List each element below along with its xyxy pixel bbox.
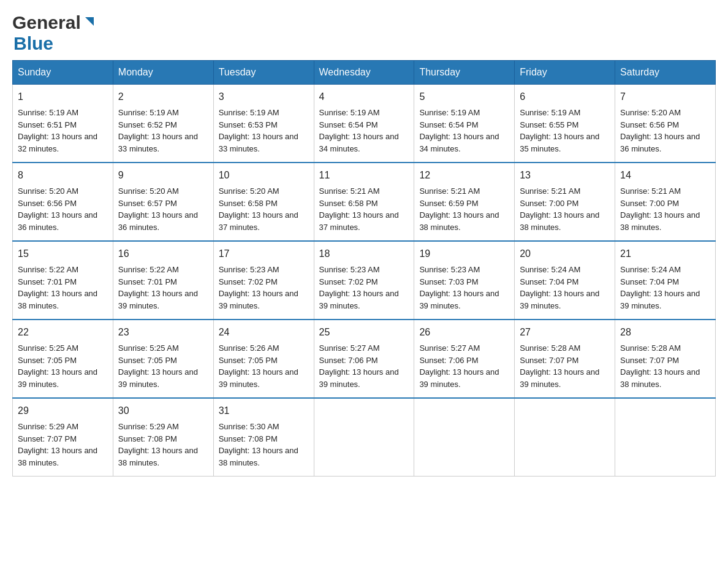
sunset-text: Sunset: 6:57 PM	[118, 199, 177, 208]
sunrise-text: Sunrise: 5:25 AM	[118, 343, 179, 353]
sunrise-text: Sunrise: 5:19 AM	[219, 108, 279, 117]
day-header-thursday: Thursday	[414, 61, 515, 85]
calendar-cell	[414, 398, 515, 477]
daylight-text: Daylight: 13 hours and 38 minutes.	[18, 289, 97, 310]
sunset-text: Sunset: 7:03 PM	[419, 277, 478, 286]
daylight-text: Daylight: 13 hours and 39 minutes.	[319, 289, 399, 310]
day-number: 7	[620, 90, 710, 104]
calendar-week-row: 29 Sunrise: 5:29 AM Sunset: 7:07 PM Dayl…	[13, 398, 716, 477]
day-number: 28	[620, 325, 710, 340]
day-header-monday: Monday	[113, 61, 213, 85]
day-number: 17	[219, 247, 309, 261]
daylight-text: Daylight: 13 hours and 39 minutes.	[219, 367, 298, 389]
calendar-cell: 9 Sunrise: 5:20 AM Sunset: 6:57 PM Dayli…	[113, 163, 213, 241]
sunrise-text: Sunrise: 5:21 AM	[520, 186, 580, 196]
calendar-cell: 1 Sunrise: 5:19 AM Sunset: 6:51 PM Dayli…	[13, 85, 113, 163]
day-number: 18	[319, 247, 409, 261]
sunset-text: Sunset: 7:00 PM	[620, 199, 679, 208]
sunset-text: Sunset: 7:05 PM	[118, 356, 177, 365]
day-number: 6	[520, 90, 610, 104]
day-number: 19	[419, 247, 509, 261]
sunrise-text: Sunrise: 5:28 AM	[520, 343, 580, 353]
daylight-text: Daylight: 13 hours and 37 minutes.	[319, 210, 399, 232]
day-number: 29	[18, 404, 108, 418]
day-number: 5	[419, 90, 509, 104]
sunrise-text: Sunrise: 5:29 AM	[18, 422, 78, 431]
sunset-text: Sunset: 6:54 PM	[319, 120, 378, 129]
day-number: 8	[18, 168, 108, 183]
day-header-friday: Friday	[515, 61, 615, 85]
calendar-header-row: SundayMondayTuesdayWednesdayThursdayFrid…	[13, 61, 716, 85]
calendar-cell: 26 Sunrise: 5:27 AM Sunset: 7:06 PM Dayl…	[414, 320, 515, 398]
daylight-text: Daylight: 13 hours and 33 minutes.	[219, 132, 298, 153]
sunrise-text: Sunrise: 5:19 AM	[18, 108, 78, 117]
calendar-cell: 14 Sunrise: 5:21 AM Sunset: 7:00 PM Dayl…	[615, 163, 716, 241]
calendar-cell: 20 Sunrise: 5:24 AM Sunset: 7:04 PM Dayl…	[515, 241, 615, 320]
logo: General Blue	[12, 12, 96, 54]
sunrise-text: Sunrise: 5:26 AM	[219, 343, 279, 353]
daylight-text: Daylight: 13 hours and 39 minutes.	[520, 367, 599, 389]
sunset-text: Sunset: 6:56 PM	[18, 199, 77, 208]
daylight-text: Daylight: 13 hours and 39 minutes.	[419, 289, 499, 310]
daylight-text: Daylight: 13 hours and 36 minutes.	[118, 210, 198, 232]
calendar-week-row: 22 Sunrise: 5:25 AM Sunset: 7:05 PM Dayl…	[13, 320, 716, 398]
sunset-text: Sunset: 7:02 PM	[319, 277, 378, 286]
sunrise-text: Sunrise: 5:28 AM	[620, 343, 681, 353]
sunset-text: Sunset: 7:06 PM	[319, 356, 378, 365]
sunrise-text: Sunrise: 5:19 AM	[319, 108, 380, 117]
day-number: 15	[18, 247, 108, 261]
calendar-cell: 4 Sunrise: 5:19 AM Sunset: 6:54 PM Dayli…	[314, 85, 414, 163]
day-number: 2	[118, 90, 208, 104]
daylight-text: Daylight: 13 hours and 38 minutes.	[620, 367, 700, 389]
calendar-cell	[615, 398, 716, 477]
sunset-text: Sunset: 7:04 PM	[520, 277, 578, 286]
day-number: 25	[319, 325, 409, 340]
sunrise-text: Sunrise: 5:27 AM	[419, 343, 480, 353]
logo-blue-text: Blue	[13, 33, 96, 54]
sunrise-text: Sunrise: 5:20 AM	[620, 108, 681, 117]
calendar-cell: 25 Sunrise: 5:27 AM Sunset: 7:06 PM Dayl…	[314, 320, 414, 398]
day-number: 30	[118, 404, 208, 418]
day-header-wednesday: Wednesday	[314, 61, 414, 85]
sunrise-text: Sunrise: 5:20 AM	[219, 186, 279, 196]
sunrise-text: Sunrise: 5:19 AM	[118, 108, 179, 117]
day-number: 16	[118, 247, 208, 261]
daylight-text: Daylight: 13 hours and 38 minutes.	[18, 446, 97, 467]
daylight-text: Daylight: 13 hours and 39 minutes.	[18, 367, 97, 389]
daylight-text: Daylight: 13 hours and 36 minutes.	[18, 210, 97, 232]
calendar-cell: 12 Sunrise: 5:21 AM Sunset: 6:59 PM Dayl…	[414, 163, 515, 241]
day-number: 21	[620, 247, 710, 261]
sunset-text: Sunset: 7:06 PM	[419, 356, 478, 365]
sunset-text: Sunset: 6:58 PM	[219, 199, 278, 208]
daylight-text: Daylight: 13 hours and 39 minutes.	[319, 367, 399, 389]
day-number: 20	[520, 247, 610, 261]
day-number: 23	[118, 325, 208, 340]
calendar-cell: 6 Sunrise: 5:19 AM Sunset: 6:55 PM Dayli…	[515, 85, 615, 163]
sunset-text: Sunset: 7:05 PM	[18, 356, 77, 365]
calendar-cell: 27 Sunrise: 5:28 AM Sunset: 7:07 PM Dayl…	[515, 320, 615, 398]
calendar-week-row: 8 Sunrise: 5:20 AM Sunset: 6:56 PM Dayli…	[13, 163, 716, 241]
day-number: 10	[219, 168, 309, 183]
daylight-text: Daylight: 13 hours and 39 minutes.	[118, 289, 198, 310]
sunset-text: Sunset: 6:56 PM	[620, 120, 679, 129]
sunrise-text: Sunrise: 5:24 AM	[620, 265, 681, 274]
day-number: 24	[219, 325, 309, 340]
day-header-saturday: Saturday	[615, 61, 716, 85]
daylight-text: Daylight: 13 hours and 39 minutes.	[419, 367, 499, 389]
sunset-text: Sunset: 7:02 PM	[219, 277, 278, 286]
sunset-text: Sunset: 7:08 PM	[219, 434, 278, 443]
sunrise-text: Sunrise: 5:24 AM	[520, 265, 580, 274]
sunrise-text: Sunrise: 5:27 AM	[319, 343, 380, 353]
day-number: 11	[319, 168, 409, 183]
sunset-text: Sunset: 6:53 PM	[219, 120, 278, 129]
calendar-cell: 13 Sunrise: 5:21 AM Sunset: 7:00 PM Dayl…	[515, 163, 615, 241]
calendar-week-row: 15 Sunrise: 5:22 AM Sunset: 7:01 PM Dayl…	[13, 241, 716, 320]
daylight-text: Daylight: 13 hours and 34 minutes.	[319, 132, 399, 153]
daylight-text: Daylight: 13 hours and 39 minutes.	[219, 289, 298, 310]
calendar-cell: 23 Sunrise: 5:25 AM Sunset: 7:05 PM Dayl…	[113, 320, 213, 398]
day-number: 3	[219, 90, 309, 104]
calendar-cell: 28 Sunrise: 5:28 AM Sunset: 7:07 PM Dayl…	[615, 320, 716, 398]
sunrise-text: Sunrise: 5:30 AM	[219, 422, 279, 431]
sunrise-text: Sunrise: 5:29 AM	[118, 422, 179, 431]
sunset-text: Sunset: 6:52 PM	[118, 120, 177, 129]
